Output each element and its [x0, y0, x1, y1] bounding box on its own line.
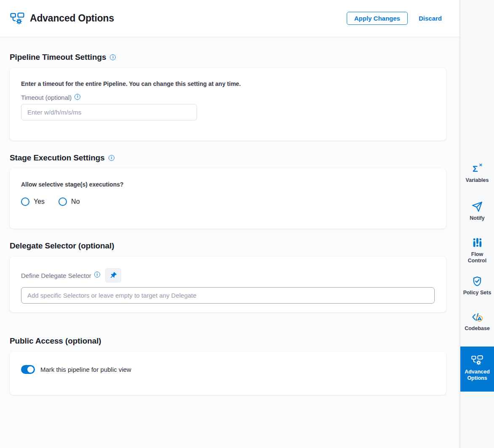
timeout-label-row: Timeout (optional): [21, 94, 435, 101]
radio-circle-icon[interactable]: [58, 197, 67, 206]
toggle-knob: [27, 366, 34, 373]
delegate-label-row: Define Delegate Selector: [21, 268, 435, 283]
paper-plane-icon: [472, 201, 483, 212]
pipeline-gear-icon: [10, 12, 24, 25]
header-actions: Apply Changes Discard: [347, 12, 444, 25]
stage-execution-heading-text: Stage Execution Settings: [10, 153, 105, 163]
stage-execution-heading: Stage Execution Settings: [10, 153, 446, 163]
sidebar-item-label: Policy Sets: [462, 290, 493, 296]
timeout-field-label: Timeout (optional): [21, 94, 72, 101]
main-panel: Advanced Options Apply Changes Discard P…: [0, 0, 459, 448]
right-icon-rail: Variables Notify Flow Control: [459, 0, 494, 448]
sidebar-item-policy-sets[interactable]: Policy Sets: [460, 276, 494, 296]
shield-check-icon: [472, 276, 483, 287]
flow-control-sliders-icon: [472, 237, 483, 248]
public-view-toggle-row: Mark this pipeline for public view: [21, 365, 435, 374]
pipeline-timeout-card: Enter a timeout for the entire Pipeline.…: [10, 68, 446, 141]
sidebar-item-advanced-options[interactable]: Advanced Options: [460, 347, 494, 392]
pipeline-gear-icon: [471, 355, 483, 366]
stage-execution-card: Allow selective stage(s) executions? Yes…: [10, 168, 446, 229]
settings-content: Pipeline Timeout Settings Enter a timeou…: [0, 37, 459, 448]
pushpin-icon: [109, 272, 117, 280]
page-title: Advanced Options: [30, 13, 114, 24]
public-view-toggle[interactable]: [21, 365, 35, 374]
sidebar-item-label: Advanced Options: [461, 369, 493, 382]
radio-option-yes[interactable]: Yes: [21, 197, 45, 206]
radio-label: Yes: [34, 198, 45, 205]
radio-circle-icon[interactable]: [21, 197, 29, 206]
sidebar-item-notify[interactable]: Notify: [460, 201, 494, 221]
public-access-heading: Public Access (optional): [10, 336, 446, 346]
timeout-input[interactable]: [21, 104, 197, 120]
apply-changes-button[interactable]: Apply Changes: [347, 12, 408, 25]
selective-stages-radio-group: Yes No: [21, 197, 435, 206]
radio-option-no[interactable]: No: [58, 197, 80, 206]
timeout-description: Enter a timeout for the entire Pipeline.…: [21, 80, 435, 87]
public-access-card: Mark this pipeline for public view: [10, 352, 446, 395]
delegate-field-label: Define Delegate Selector: [21, 272, 91, 279]
delegate-selector-card: Define Delegate Selector: [10, 256, 446, 312]
public-access-heading-text: Public Access (optional): [10, 336, 101, 346]
sidebar-item-variables[interactable]: Variables: [460, 163, 494, 184]
sidebar-item-label: Flow Control: [460, 251, 494, 264]
public-view-toggle-label: Mark this pipeline for public view: [40, 366, 131, 373]
info-icon[interactable]: [94, 272, 100, 277]
sidebar-item-label: Codebase: [463, 325, 491, 332]
pipeline-timeout-heading: Pipeline Timeout Settings: [10, 53, 446, 62]
info-icon[interactable]: [110, 54, 116, 60]
discard-button[interactable]: Discard: [416, 12, 444, 24]
delegate-selector-heading: Delegate Selector (optional): [10, 241, 446, 251]
sidebar-item-codebase[interactable]: Codebase: [460, 312, 494, 332]
info-icon[interactable]: [109, 155, 114, 161]
selective-stages-question: Allow selective stage(s) executions?: [21, 181, 435, 188]
sidebar-item-label: Variables: [464, 177, 491, 184]
pin-button[interactable]: [105, 268, 121, 283]
info-icon[interactable]: [74, 94, 80, 100]
sigma-variables-icon: [472, 163, 483, 174]
sidebar-item-flow-control[interactable]: Flow Control: [460, 237, 494, 264]
radio-label: No: [71, 198, 80, 205]
sidebar-item-label: Notify: [468, 215, 486, 221]
delegate-selector-input[interactable]: [21, 287, 435, 304]
panel-header: Advanced Options Apply Changes Discard: [0, 0, 459, 37]
delegate-selector-heading-text: Delegate Selector (optional): [10, 241, 114, 251]
pipeline-timeout-heading-text: Pipeline Timeout Settings: [10, 53, 106, 62]
code-warning-icon: [471, 312, 483, 323]
